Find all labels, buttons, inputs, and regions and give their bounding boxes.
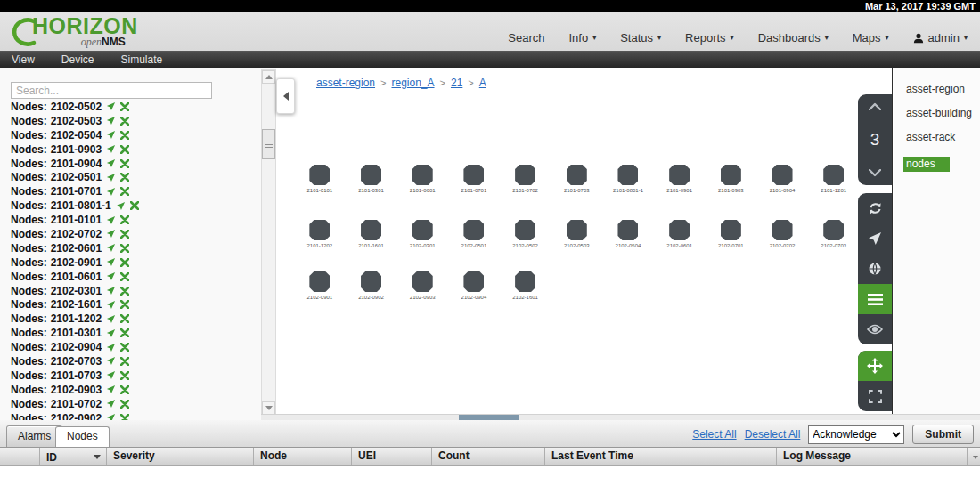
locate-arrow-icon[interactable]	[106, 144, 116, 154]
show-entire-map-button[interactable]	[858, 254, 892, 284]
locate-arrow-icon[interactable]	[106, 328, 116, 338]
nav-info[interactable]: Info▾	[569, 31, 597, 45]
map-node[interactable]: 2102-0504	[602, 220, 654, 248]
locate-arrow-icon[interactable]	[106, 343, 116, 352]
scroll-down-button[interactable]	[262, 401, 275, 415]
nav-dashboards[interactable]: Dashboards▾	[758, 31, 829, 45]
map-node[interactable]: 2102-0501	[448, 220, 500, 248]
breadcrumb-link[interactable]: asset-region	[316, 77, 375, 89]
remove-icon[interactable]	[120, 145, 129, 154]
hamburger-menu-button[interactable]	[858, 284, 892, 314]
map-node[interactable]: 2102-0503	[551, 220, 602, 248]
map-node[interactable]: 2101-0701	[448, 165, 500, 193]
remove-icon[interactable]	[120, 287, 129, 296]
locate-arrow-icon[interactable]	[106, 356, 116, 366]
map-node[interactable]: 2101-0901	[654, 165, 706, 193]
list-item[interactable]: Nodes: 2101-0703	[11, 368, 258, 383]
locate-arrow-icon[interactable]	[106, 370, 116, 380]
locate-arrow-icon[interactable]	[106, 130, 116, 140]
list-item[interactable]: Nodes: 2102-1601	[11, 297, 258, 312]
list-item[interactable]: Nodes: 2102-0501	[11, 170, 258, 184]
nav-search[interactable]: Search	[508, 31, 544, 45]
map-node[interactable]: 2102-0702	[756, 220, 808, 248]
remove-icon[interactable]	[120, 244, 129, 253]
column-id[interactable]: ID	[40, 448, 107, 465]
deselect-all-link[interactable]: Deselect All	[745, 428, 801, 441]
scrollbar-thumb[interactable]	[262, 129, 275, 159]
collapse-panel-button[interactable]	[276, 78, 295, 114]
map-node[interactable]: 2101-0702	[500, 165, 551, 193]
zoom-in-chevron-icon[interactable]	[869, 102, 881, 110]
remove-icon[interactable]	[120, 314, 129, 323]
remove-icon[interactable]	[120, 215, 129, 224]
remove-icon[interactable]	[120, 328, 129, 337]
locate-arrow-icon[interactable]	[106, 215, 116, 225]
remove-icon[interactable]	[120, 258, 129, 267]
map-node[interactable]: 2101-1202	[294, 220, 346, 248]
map-node[interactable]: 2101-0601	[396, 165, 448, 193]
acknowledge-select[interactable]: Acknowledge	[808, 425, 904, 444]
fit-to-screen-button[interactable]	[858, 381, 892, 411]
map-node[interactable]: 2101-0801-1	[602, 165, 654, 193]
locate-arrow-icon[interactable]	[106, 229, 116, 239]
locate-arrow-icon[interactable]	[106, 243, 116, 253]
list-item[interactable]: Nodes: 2101-0101	[11, 213, 258, 227]
map-node[interactable]: 2102-0701	[706, 220, 757, 248]
list-item[interactable]: Nodes: 2102-0504	[11, 128, 258, 142]
breadcrumb-link[interactable]: 21	[451, 77, 462, 89]
column-count[interactable]: Count	[432, 448, 545, 465]
remove-icon[interactable]	[120, 400, 129, 409]
locate-arrow-icon[interactable]	[106, 399, 116, 409]
remove-icon[interactable]	[120, 159, 129, 168]
map-node[interactable]: 2102-0901	[294, 271, 346, 300]
map-node[interactable]: 2102-0301	[396, 220, 448, 248]
remove-icon[interactable]	[120, 117, 129, 126]
tab-nodes[interactable]: Nodes	[55, 426, 110, 447]
locate-arrow-icon[interactable]	[106, 187, 116, 197]
list-item[interactable]: Nodes: 2101-0801-1	[11, 198, 258, 213]
locate-arrow-icon[interactable]	[106, 257, 116, 267]
list-item[interactable]: Nodes: 2101-0702	[11, 397, 258, 411]
map-node[interactable]: 2102-0601	[654, 220, 706, 248]
list-item[interactable]: Nodes: 2102-0702	[11, 227, 258, 241]
list-item[interactable]: Nodes: 2101-0904	[11, 157, 258, 171]
column-chooser-button[interactable]	[968, 448, 980, 465]
map-node[interactable]: 2102-0903	[396, 271, 448, 300]
remove-icon[interactable]	[120, 272, 129, 281]
locate-arrow-icon[interactable]	[106, 385, 116, 394]
column-severity[interactable]: Severity	[107, 448, 254, 465]
locate-arrow-icon[interactable]	[106, 286, 116, 296]
list-item[interactable]: Nodes: 2102-0901	[11, 255, 258, 270]
zoom-out-chevron-icon[interactable]	[869, 169, 881, 177]
nav-user-menu[interactable]: admin▾	[913, 31, 968, 45]
remove-icon[interactable]	[120, 102, 129, 111]
list-item[interactable]: Nodes: 2102-0903	[11, 383, 258, 397]
select-all-link[interactable]: Select All	[692, 428, 736, 441]
menu-view[interactable]: View	[12, 53, 35, 66]
remove-icon[interactable]	[120, 187, 129, 196]
map-node[interactable]: 2101-0703	[551, 165, 602, 193]
topology-map[interactable]: asset-region > region_A > 21 > A 2101-01…	[276, 68, 893, 420]
locate-arrow-icon[interactable]	[106, 271, 116, 281]
list-item[interactable]: Nodes: 2102-0703	[11, 354, 258, 368]
list-item[interactable]: Nodes: 2101-1202	[11, 312, 258, 326]
remove-icon[interactable]	[120, 343, 129, 352]
remove-icon[interactable]	[120, 173, 129, 182]
locate-arrow-icon[interactable]	[106, 314, 116, 324]
map-node[interactable]: 2102-1601	[500, 271, 551, 300]
map-node[interactable]: 2101-1201	[808, 165, 860, 193]
refresh-button[interactable]	[858, 193, 892, 223]
center-on-selection-button[interactable]	[858, 223, 892, 254]
breadcrumb-link[interactable]: region_A	[391, 77, 434, 89]
highlight-focus-button[interactable]	[858, 314, 892, 344]
nav-maps[interactable]: Maps▾	[853, 31, 889, 45]
remove-icon[interactable]	[120, 300, 129, 309]
map-node[interactable]: 2101-0101	[294, 165, 346, 193]
list-item[interactable]: Nodes: 2102-0601	[11, 241, 258, 255]
map-node[interactable]: 2102-0703	[808, 220, 860, 248]
menu-device[interactable]: Device	[61, 53, 94, 66]
map-node[interactable]: 2101-0903	[706, 165, 757, 193]
submit-button[interactable]: Submit	[912, 425, 974, 444]
map-node[interactable]: 2101-0301	[346, 165, 397, 193]
list-item[interactable]: Nodes: 2101-0903	[11, 142, 258, 157]
